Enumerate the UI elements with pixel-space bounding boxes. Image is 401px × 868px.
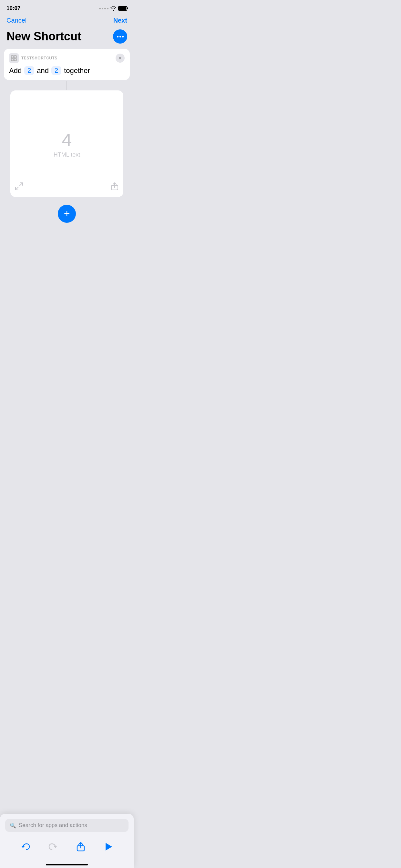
action-source: TESTSHORTCUTS	[21, 56, 58, 60]
battery-icon	[118, 6, 127, 11]
add-icon: +	[64, 208, 70, 219]
next-button[interactable]: Next	[113, 17, 127, 24]
svg-rect-2	[11, 58, 13, 61]
add-button-container: +	[4, 197, 130, 230]
signal-dots-icon	[99, 8, 109, 9]
action-icon	[9, 53, 19, 63]
connector-line	[66, 81, 67, 90]
status-icons	[99, 6, 127, 11]
title-row: New Shortcut	[0, 28, 134, 49]
share-icon[interactable]	[111, 182, 119, 192]
action-text-together: together	[64, 66, 90, 75]
nav-bar: Cancel Next	[0, 14, 134, 28]
action-card: TESTSHORTCUTS ✕ Add 2 and 2 together	[4, 49, 130, 80]
status-time: 10:07	[6, 5, 20, 11]
svg-rect-1	[14, 56, 17, 58]
dot1	[117, 36, 119, 37]
dot3	[122, 36, 124, 37]
svg-rect-0	[11, 56, 13, 58]
action-token-2[interactable]: 2	[51, 66, 61, 75]
status-bar: 10:07	[0, 0, 134, 14]
action-body: Add 2 and 2 together	[9, 66, 125, 75]
more-button[interactable]	[113, 29, 127, 43]
result-value: 4	[62, 129, 72, 150]
result-card: 4 HTML text	[10, 90, 123, 197]
page-title: New Shortcut	[6, 30, 81, 43]
wifi-icon	[111, 6, 116, 11]
svg-rect-3	[14, 58, 17, 61]
connector	[4, 80, 130, 90]
dot2	[120, 36, 121, 37]
action-text-and: and	[37, 66, 49, 75]
svg-line-9	[20, 183, 23, 186]
content-area: TESTSHORTCUTS ✕ Add 2 and 2 together 4 H…	[0, 49, 134, 230]
svg-line-6	[16, 187, 19, 190]
close-button[interactable]: ✕	[116, 54, 125, 63]
action-token-1[interactable]: 2	[24, 66, 34, 75]
add-action-button[interactable]: +	[58, 205, 76, 223]
result-label: HTML text	[54, 151, 80, 158]
expand-icon[interactable]	[15, 182, 23, 192]
cancel-button[interactable]: Cancel	[6, 17, 27, 24]
action-card-title-group: TESTSHORTCUTS	[9, 53, 58, 63]
action-text-add: Add	[9, 66, 22, 75]
action-card-header: TESTSHORTCUTS ✕	[9, 53, 125, 63]
